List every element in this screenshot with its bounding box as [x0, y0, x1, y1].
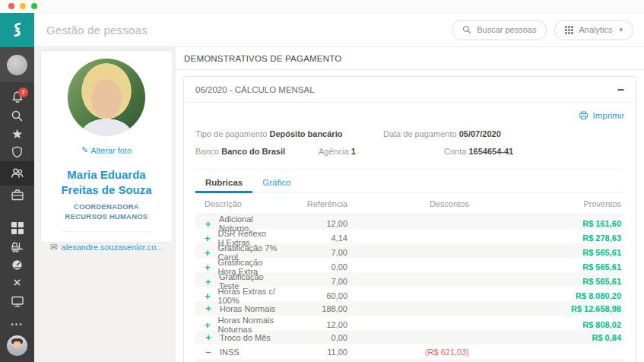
employee-name: Maria Eduarda Freitas de Souza	[41, 167, 172, 197]
table-row[interactable]: – INSS 11,00 (R$ 621,03)	[195, 345, 624, 359]
collapse-icon[interactable]: –	[617, 84, 624, 96]
sidebar-item-security[interactable]	[0, 143, 34, 161]
sidebar-item-monitor[interactable]	[0, 292, 34, 310]
sidebar-item-profile[interactable]	[0, 47, 34, 82]
window-minimize-button[interactable]	[20, 3, 26, 9]
table-row[interactable]: + Horas Normais 188,00 R$ 12.658,98	[195, 301, 624, 316]
alterar-foto-link[interactable]: ✎ Alterar foto	[81, 145, 132, 155]
row-referencia: 0,00	[282, 262, 351, 272]
window-titlebar	[0, 0, 644, 13]
row-expand-icon[interactable]: +	[205, 291, 211, 301]
sidebar-item-logistics[interactable]	[0, 237, 34, 256]
agencia-field: Agência 1	[319, 147, 356, 156]
sidebar-item-people[interactable]	[0, 161, 34, 186]
row-proventos: R$ 565,61	[472, 277, 624, 286]
briefcase-icon	[11, 189, 24, 202]
app-window: { "window": { "traffic_lights": { "close…	[0, 0, 644, 362]
page-title: Gestão de pessoas	[46, 24, 148, 37]
sidebar-item-apps[interactable]	[0, 219, 34, 237]
app-header: Gestão de pessoas Buscar pessoas Analyti…	[0, 13, 644, 47]
forklift-icon	[11, 240, 24, 253]
panel-title: 06/2020 - CÁLCULO MENSAL	[195, 85, 315, 94]
row-expand-icon[interactable]: +	[205, 320, 211, 330]
row-expand-icon[interactable]: +	[205, 332, 212, 342]
row-proventos: R$ 161,60	[472, 219, 624, 228]
table-row[interactable]: + Horas Normais Noturnas 12,00 R$ 808,02	[195, 316, 624, 330]
row-expand-icon[interactable]: +	[205, 248, 211, 258]
profile-card: ✎ Alterar foto Maria Eduarda Freitas de …	[40, 50, 173, 243]
search-icon	[11, 110, 24, 122]
row-descricao: Horas Extras c/ 100%	[218, 287, 279, 305]
sidebar-item-favorites[interactable]: ★	[0, 125, 34, 143]
shield-icon	[11, 145, 24, 159]
row-proventos: R$ 808,02	[472, 320, 624, 329]
support-agent-avatar[interactable]	[7, 335, 27, 356]
apps-grid-icon	[11, 222, 24, 234]
gauge-icon	[11, 259, 24, 272]
table-header: Descrição Referência Descontos Proventos	[195, 193, 624, 214]
col-descontos: Descontos	[351, 199, 472, 208]
table-row[interactable]: + Gratificação 7% Carol 7,00 R$ 565,61	[195, 243, 624, 258]
row-expand-icon[interactable]: +	[205, 219, 211, 229]
row-proventos: R$ 8.080,20	[472, 291, 624, 300]
employee-role: COORDENADORA RECURSOS HUMANOS	[41, 202, 172, 222]
row-expand-icon[interactable]: +	[205, 233, 211, 243]
buscar-pessoas-button[interactable]: Buscar pessoas	[452, 20, 547, 40]
panel-header[interactable]: 06/2020 - CÁLCULO MENSAL –	[184, 77, 636, 103]
profile-photo[interactable]	[68, 59, 145, 136]
sidebar-item-notifications[interactable]: 7	[0, 88, 34, 106]
row-proventos: R$ 12.658,98	[472, 304, 624, 313]
row-expand-icon[interactable]: –	[205, 347, 212, 357]
profile-panel: ✎ Alterar foto Maria Eduarda Freitas de …	[34, 47, 175, 362]
tipo-pagamento-field: Tipo de pagamento Depósito bancário	[195, 129, 342, 138]
data-pagamento-field: Data de pagamento 05/07/2020	[383, 129, 501, 138]
row-proventos: R$ 565,61	[472, 248, 624, 257]
window-zoom-button[interactable]	[31, 3, 37, 9]
row-referencia: 11,00	[282, 348, 351, 357]
analytics-grid-icon	[565, 26, 573, 34]
row-expand-icon[interactable]: +	[205, 303, 212, 313]
printer-icon	[579, 110, 588, 120]
tab-grafico[interactable]: Gráfico	[262, 178, 290, 192]
sidebar-item-search[interactable]	[0, 106, 34, 125]
senior-s-icon	[8, 20, 27, 40]
table-row[interactable]: + Horas Extras c/ 100% 60,00 R$ 8.080,20	[195, 287, 624, 301]
table-row[interactable]: + Gratificação Teste 7,00 R$ 565,61	[195, 272, 624, 287]
row-referencia: 4,14	[282, 233, 351, 243]
edit-icon: ✎	[81, 145, 88, 155]
monitor-icon	[11, 295, 24, 308]
notification-badge: 7	[18, 87, 28, 97]
imprimir-link[interactable]: Imprimir	[579, 110, 624, 120]
table-row[interactable]: + Gratificação Hora Extra 0,00 R$ 565,61	[195, 258, 624, 272]
row-expand-icon[interactable]: +	[205, 277, 211, 287]
envelope-icon: ✉	[50, 242, 58, 252]
table-row[interactable]: + Adicional Noturno 12,00 R$ 161,60	[195, 214, 624, 229]
row-expand-icon[interactable]: +	[205, 262, 211, 272]
row-descontos: (R$ 621,03)	[351, 348, 472, 357]
row-referencia: 0,00	[282, 333, 351, 342]
table-body: + Adicional Noturno 12,00 R$ 161,60 + DS…	[195, 214, 624, 359]
col-proventos: Proventos	[472, 199, 624, 208]
sidebar-item-jobs[interactable]	[0, 186, 34, 204]
tab-bar: Rubricas Gráfico	[195, 178, 624, 193]
analytics-button[interactable]: Analytics ▾	[554, 20, 633, 40]
senior-logo[interactable]	[0, 13, 34, 47]
row-referencia: 12,00	[282, 219, 351, 228]
table-row[interactable]: + Troco do Mês 0,00 R$ 0,84	[195, 330, 624, 345]
sidebar: 7 ★	[0, 47, 34, 362]
sidebar-item-dashboard[interactable]	[0, 256, 34, 274]
banco-field: Banco Banco do Brasil	[195, 147, 285, 156]
section-title: DEMONSTRATIVOS DE PAGAMENTO	[184, 54, 341, 63]
search-icon	[462, 25, 471, 34]
window-close-button[interactable]	[8, 3, 14, 9]
payment-info: Tipo de pagamento Depósito bancário Data…	[195, 129, 624, 163]
more-options-icon[interactable]: •••	[11, 320, 24, 331]
table-row[interactable]: + DSR Reflexo H.Extras 4,14 R$ 278,63	[195, 229, 624, 243]
employee-email-link[interactable]: ✉ alexandre.souzasenior.co...	[50, 242, 163, 252]
main-content: DEMONSTRATIVOS DE PAGAMENTO 06/2020 - CÁ…	[175, 47, 644, 362]
row-referencia: 60,00	[282, 291, 351, 300]
row-proventos: R$ 278,63	[472, 233, 624, 243]
col-referencia: Referência	[282, 199, 351, 208]
tab-rubricas[interactable]: Rubricas	[205, 178, 243, 192]
sidebar-item-close[interactable]: ×	[0, 274, 34, 292]
